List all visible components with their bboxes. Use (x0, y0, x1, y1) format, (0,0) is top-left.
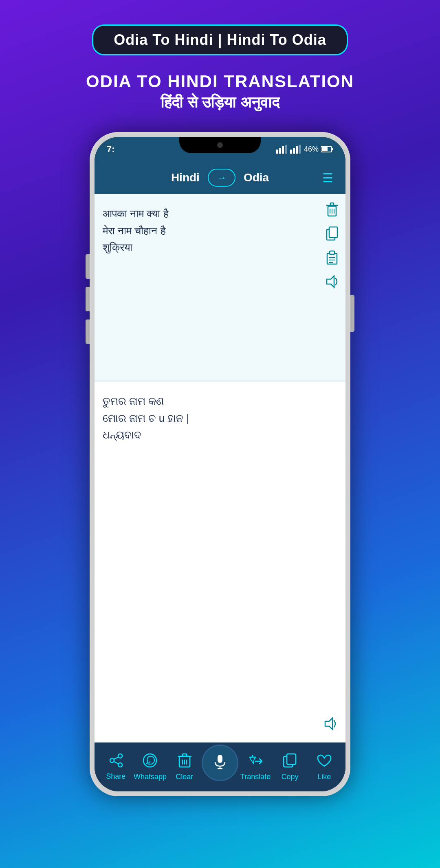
svg-point-26 (110, 758, 114, 762)
volume-down-button[interactable] (86, 287, 90, 311)
output-line-3: ଧନ୍ୟବାଦ (103, 427, 337, 444)
side-buttons-left (86, 254, 90, 352)
title-main: ODIA TO HINDI TRANSLATION (86, 72, 354, 91)
like-icon (317, 753, 332, 771)
input-line-1: आपका नाम क्या है (103, 205, 310, 223)
svg-rect-1 (279, 148, 281, 154)
signal-icon (276, 145, 288, 154)
output-line-1: ତୁମର ନାମ କଣ (103, 393, 337, 410)
svg-rect-2 (282, 146, 284, 154)
svg-rect-13 (330, 203, 334, 205)
svg-rect-34 (183, 754, 187, 756)
arrow-icon: → (217, 172, 227, 183)
copy-input-button[interactable] (326, 226, 338, 243)
power-button[interactable] (350, 295, 354, 332)
svg-rect-20 (330, 251, 334, 254)
svg-rect-38 (218, 755, 222, 763)
app-header: Hindi → Odia ☰ (95, 161, 345, 194)
translate-label: Translate (240, 773, 271, 781)
output-area: ତୁମର ନାମ କଣ ମୋର ନାମ ଚ u ହାନ | ଧନ୍ୟବାଦ (95, 381, 345, 742)
phone-inner: 7: 46% (95, 137, 345, 791)
copy-nav-item[interactable]: Copy (273, 753, 307, 781)
svg-rect-9 (332, 148, 333, 150)
whatsapp-label: Whatsapp (134, 773, 167, 781)
target-lang-label: Odia (244, 171, 269, 184)
mic-icon (212, 753, 228, 773)
camera (217, 142, 223, 148)
clear-nav-item[interactable]: Clear (167, 753, 202, 781)
output-text-display: ତୁମର ନାମ କଣ ମୋର ନାମ ଚ u ହାନ | ଧନ୍ୟବାଦ (95, 381, 345, 742)
translate-icon (248, 753, 263, 771)
mic-button[interactable] (202, 745, 238, 781)
speak-input-button[interactable] (325, 274, 339, 291)
svg-point-28 (118, 763, 122, 767)
input-area: आपका नाम क्या है मेरा नाम चौहान है शुक्र… (95, 194, 345, 381)
svg-rect-44 (287, 754, 296, 764)
speak-output-button[interactable] (323, 716, 337, 734)
share-nav-item[interactable]: Share (99, 753, 133, 781)
delete-input-button[interactable] (326, 202, 339, 219)
volume-up-button[interactable] (86, 254, 90, 279)
share-label: Share (106, 772, 125, 781)
svg-rect-0 (276, 150, 278, 154)
svg-rect-18 (329, 227, 337, 238)
paste-input-button[interactable] (326, 250, 339, 267)
source-lang-label: Hindi (171, 171, 200, 184)
phone-frame: 7: 46% (90, 132, 350, 796)
top-badge: Odia To Hindi | Hindi To Odia (92, 24, 348, 55)
title-sub: हिंदी से उड़िया अनुवाद (86, 94, 354, 112)
menu-icon[interactable]: ☰ (322, 171, 333, 185)
svg-line-29 (114, 757, 118, 759)
svg-marker-24 (327, 276, 334, 287)
svg-rect-3 (285, 145, 287, 154)
svg-rect-7 (299, 145, 301, 154)
svg-marker-25 (325, 718, 332, 729)
whatsapp-nav-item[interactable]: Whatsapp (133, 753, 167, 781)
svg-rect-6 (296, 146, 298, 154)
status-icons: 46% (276, 145, 333, 154)
like-nav-item[interactable]: Like (307, 753, 341, 781)
svg-rect-5 (293, 148, 295, 154)
side-buttons-right (350, 295, 354, 332)
status-time: 7: (107, 144, 115, 154)
svg-line-30 (114, 762, 118, 764)
input-action-icons (319, 194, 345, 381)
battery-level: 46% (304, 145, 319, 154)
signal-icon-2 (290, 145, 301, 154)
title-area: ODIA TO HINDI TRANSLATION हिंदी से उड़िय… (86, 72, 354, 112)
notch (179, 137, 261, 153)
input-text-field[interactable]: आपका नाम क्या है मेरा नाम चौहान है शुक्र… (95, 194, 319, 381)
input-line-2: मेरा नाम चौहान है (103, 223, 310, 240)
output-line-2: ମୋର ନାମ ଚ u ହାନ | (103, 410, 337, 427)
share-icon (109, 753, 123, 771)
svg-rect-10 (322, 147, 328, 151)
swap-language-button[interactable]: → (208, 169, 235, 187)
clear-icon (178, 753, 191, 771)
status-bar: 7: 46% (95, 137, 345, 161)
copy-label: Copy (281, 773, 298, 781)
svg-rect-4 (290, 150, 292, 154)
silent-button[interactable] (86, 319, 90, 344)
battery-icon (321, 145, 333, 153)
clear-label: Clear (176, 773, 193, 781)
bottom-nav: Share Whatsapp (95, 742, 345, 791)
badge-text: Odia To Hindi | Hindi To Odia (114, 31, 326, 48)
like-label: Like (317, 773, 331, 781)
copy-icon (283, 753, 297, 771)
translate-nav-item[interactable]: Translate (238, 753, 273, 781)
whatsapp-icon (143, 753, 157, 771)
svg-point-27 (118, 754, 122, 758)
input-line-3: शुक्रिया (103, 239, 310, 256)
